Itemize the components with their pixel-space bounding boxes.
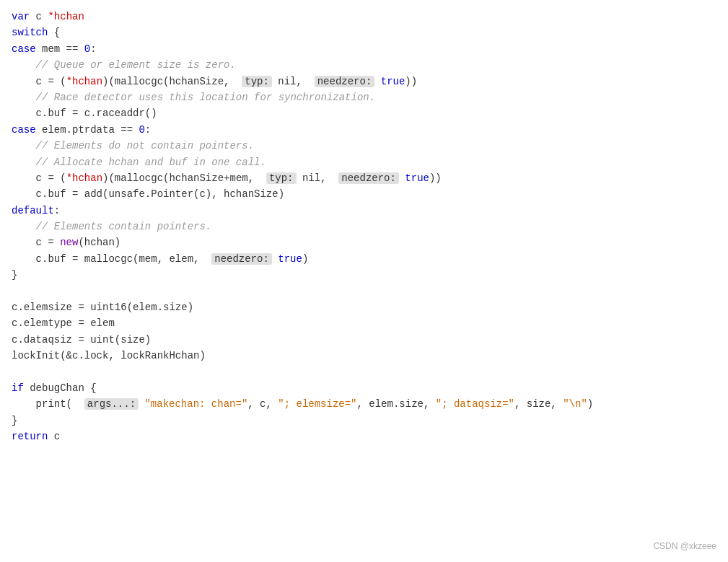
code-block: var c *hchan switch { case mem == 0: // … [12,9,716,445]
code-container: var c *hchan switch { case mem == 0: // … [0,0,728,562]
watermark: CSDN @xkzeee [653,540,716,553]
